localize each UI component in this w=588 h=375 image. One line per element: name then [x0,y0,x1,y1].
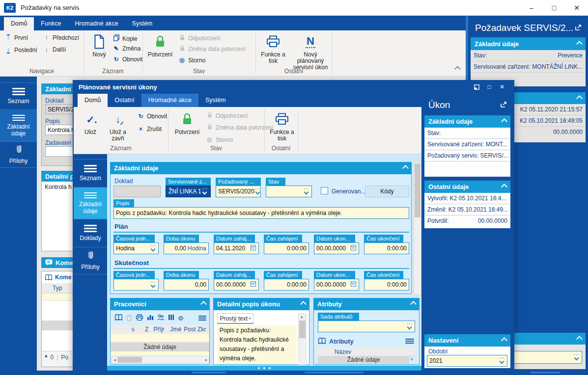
dialog-sidebar-zakladni-udaje[interactable]: Základní údaje [74,188,107,219]
people-icon[interactable] [157,314,165,322]
stav-combo[interactable] [266,186,312,197]
confirm-button[interactable]: Potvrzení [146,33,174,58]
dialog-unconfirm-button[interactable]: Odpotvrzení [205,112,248,120]
dialog-splitter[interactable] [107,366,421,371]
dialog-sidebar-doklady[interactable]: Doklady [74,219,107,247]
plan-cas-zahajeni-field[interactable]: 0:00:00 [264,242,309,254]
collapse-ribbon-icon[interactable] [454,66,461,72]
skut-doba-field[interactable]: 0,00 [164,279,209,291]
collapse-icon[interactable] [200,301,207,307]
dropdown-icon[interactable] [150,245,156,252]
dialog-functions-print-button[interactable]: Funkce a tisk [268,111,296,142]
tab-domu[interactable]: Domů [4,17,34,30]
skut-cas-zahajeni-field[interactable]: 0:00:00 [264,279,309,291]
copy-button[interactable]: Kopie [112,34,138,43]
prosty-text-tab[interactable]: Prostý text▾ [217,313,253,324]
collapse-icon[interactable] [576,41,583,47]
form-section-header[interactable]: Základní údaje [110,162,412,174]
dialog-sidebar-seznam[interactable]: Seznam [74,160,107,188]
plan-cas-ukonceni-field[interactable]: 0:00:00 [364,242,409,254]
skut-datum-zahajeni-field[interactable]: 00.00.0000 [214,279,259,291]
dialog-tab-ostatni[interactable]: Ostatní [108,94,141,107]
pracovnici-column-headers[interactable]: s Z Příjr Jmé Post Zkr [111,325,209,334]
sidebar-item-zakladni-udaje[interactable]: Základní údaje [0,110,37,142]
dialog-cancel-button[interactable]: × Zrušit [137,126,162,133]
open-in-window-icon[interactable] [574,24,582,33]
chart-icon[interactable] [147,314,154,322]
printer-icon[interactable] [136,314,143,322]
collapse-icon[interactable] [402,165,409,171]
menu-icon[interactable] [198,316,206,321]
tab-funkce[interactable]: Funkce [34,17,68,30]
plan-casova-combo[interactable]: Hodina [113,242,159,254]
pozadovany-combo[interactable]: SERVIS/2020 [216,186,261,197]
previous-button[interactable]: ↑ Předchozí [42,34,79,41]
dialog-change-confirm-date-button[interactable]: Změna data potvrzení [205,124,273,132]
dialog-tab-system[interactable]: Systém [198,94,233,107]
change-confirm-date-button[interactable]: Změna data potvrzení [178,45,246,53]
sada-atributu-combo[interactable] [318,321,415,332]
collapse-icon[interactable] [501,118,507,125]
maximize-button[interactable]: □ [543,0,565,15]
calendar-icon[interactable] [250,244,256,252]
calendar-icon[interactable] [250,281,256,289]
detail-popis-header[interactable]: Detailní popis úkonu [213,298,309,310]
atributy-column-headers[interactable]: Název [318,348,415,356]
next-button[interactable]: ↓ Další [42,46,66,53]
collapse-icon[interactable] [576,336,583,342]
dropdown-icon[interactable] [303,188,309,195]
open-in-window-icon[interactable] [500,101,507,110]
new-planned-service-task-button[interactable]: N Nový plánovaný servisní úkon [290,33,331,71]
dialog-titlebar[interactable]: Plánované servisní úkony □ ✕ [74,81,513,93]
dropdown-icon[interactable] [201,188,208,195]
detail-popis-scrollbar[interactable]: ▴ [298,313,307,365]
gear-icon[interactable]: ⚙ [178,315,184,322]
plan-datum-zahajeni-field[interactable]: 04.11.2020 [214,242,259,254]
dialog-close-button[interactable]: ✕ [496,82,508,92]
cancel-record-button[interactable]: ⊗ Storno [178,56,205,65]
dropdown-icon[interactable] [573,354,580,361]
collapse-icon[interactable] [300,301,307,307]
new-button[interactable]: Nový [88,33,110,58]
collapse-icon[interactable] [501,184,507,190]
dialog-storno-button[interactable]: ⊗ Storno [205,135,233,144]
serv-zarizeni-combo[interactable]: ŽNÍ LINKA 1 [166,186,211,197]
generovan-checkbox[interactable] [321,187,328,194]
columns-icon[interactable] [168,314,174,322]
atributy-header[interactable]: Atributy [313,298,420,310]
tab-system[interactable]: Systém [125,17,160,30]
calendar-icon[interactable] [350,281,357,289]
dialog-sidebar-prilohy[interactable]: Přílohy [74,247,107,274]
skut-cas-ukonceni-field[interactable]: 0:00:00 [364,279,409,291]
edit-button[interactable]: ✎ Změna [112,45,140,52]
dropdown-icon[interactable] [499,357,505,364]
collapse-icon[interactable] [501,337,507,344]
skut-casova-combo[interactable] [113,279,159,291]
pracovnici-hscrollbar[interactable]: ◂ ▸ [112,356,209,364]
detail-popis-text[interactable]: Popis z požadavku: Kontrola hadic hydrau… [217,325,297,364]
collapse-icon[interactable] [410,301,417,307]
first-button[interactable]: ↑ První [4,34,28,41]
sidebar-item-prilohy[interactable]: Přílohy [0,142,37,168]
obdobi-combo[interactable]: 2021 [427,355,507,367]
calendar-icon[interactable] [350,244,357,252]
menu-icon[interactable] [405,339,414,344]
dialog-tab-hromadne-akce[interactable]: Hromadné akce [141,94,198,107]
dialog-maximize-button[interactable]: □ [483,82,496,92]
dropdown-icon[interactable] [254,188,261,195]
sidebar-item-seznam[interactable]: Seznam [0,83,37,110]
dialog-confirm-button[interactable]: Potvrzení [174,111,200,135]
dock-icon[interactable] [470,82,483,92]
form-scrollbar[interactable] [414,162,421,295]
refresh-button[interactable]: ↻ Obnovit [112,56,142,63]
functions-print-button[interactable]: Funkce a tisk [259,33,287,64]
ukon-ostatni-header[interactable]: Ostatní údaje [424,181,510,193]
dialog-refresh-button[interactable]: ↻ Obnovit [137,113,167,120]
tab-hromadne-akce[interactable]: Hromadné akce [68,17,125,30]
skut-datum-ukonceni-field[interactable]: 00.00.0000 [314,279,359,291]
dropdown-icon[interactable] [150,281,156,288]
kody-button[interactable]: Kódy [365,186,409,197]
ukon-zakladni-header[interactable]: Základní údaje [424,115,510,128]
save-button[interactable]: ✓* Ulož [80,111,101,135]
book-icon[interactable] [114,314,123,322]
